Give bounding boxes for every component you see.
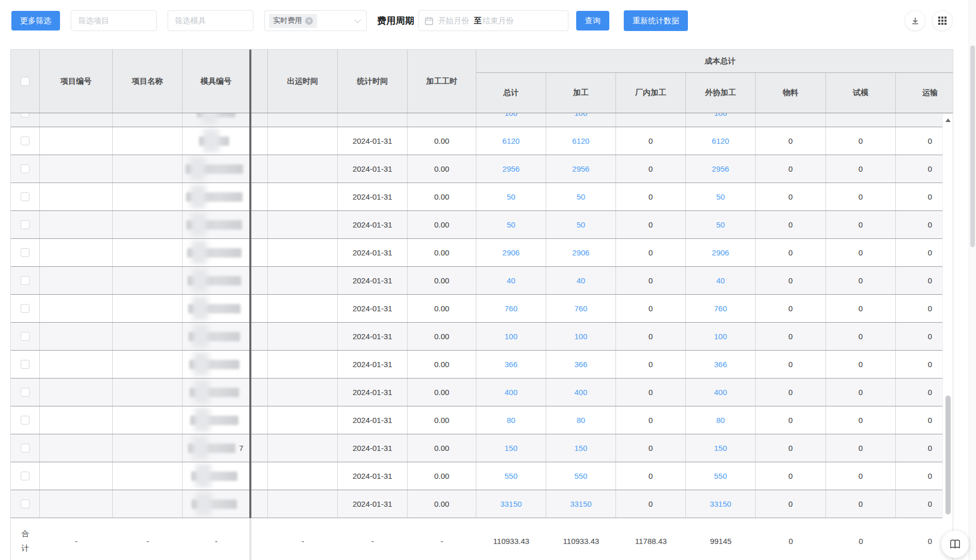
cost-outsourced-link[interactable]: 80 <box>686 406 756 434</box>
cell-stat-time: 2024-01-31 <box>338 155 408 183</box>
cell-work-hours: 0.00 <box>408 462 476 490</box>
fee-period-range-picker[interactable]: 开始月份 至 结束月份 <box>418 10 568 31</box>
cost-outsourced-link[interactable]: 40 <box>686 267 756 294</box>
row-checkbox[interactable] <box>21 472 29 480</box>
cost-outsourced-link[interactable]: 33150 <box>686 490 756 518</box>
cost-processing-link[interactable]: 100 <box>546 113 616 127</box>
cell-stat-time <box>338 113 408 127</box>
cost-outsourced-link[interactable]: 2906 <box>686 239 756 266</box>
header-cost-outsourced: 外协加工 <box>686 73 756 113</box>
start-month-input[interactable]: 开始月份 <box>438 16 469 26</box>
end-month-input[interactable]: 结束月份 <box>483 16 514 26</box>
cost-outsourced-link[interactable]: 6120 <box>686 127 756 155</box>
row-checkbox[interactable] <box>21 388 29 397</box>
cost-processing-link[interactable]: 150 <box>546 434 616 462</box>
filter-project-input[interactable]: 筛选项目 <box>71 10 157 31</box>
cost-total-link[interactable]: 100 <box>476 113 546 127</box>
cost-total-link[interactable]: 100 <box>476 323 546 350</box>
select-all-checkbox[interactable] <box>21 77 29 86</box>
cost-total-link[interactable]: 550 <box>476 462 546 490</box>
header-stat-time: 统计时间 <box>338 50 408 113</box>
cost-outsourced-link[interactable]: 150 <box>686 434 756 462</box>
cost-outsourced-link[interactable]: 760 <box>686 295 756 322</box>
filter-mold-input[interactable]: 筛选模具 <box>168 10 253 31</box>
cost-total-link[interactable]: 2906 <box>476 239 546 266</box>
cost-total-link[interactable]: 150 <box>476 434 546 462</box>
cost-total-link[interactable]: 400 <box>476 379 546 406</box>
download-button[interactable] <box>905 11 925 31</box>
cost-processing-link[interactable]: 760 <box>546 295 616 322</box>
cost-outsourced-link[interactable]: 2956 <box>686 155 756 183</box>
row-checkbox[interactable] <box>21 500 29 508</box>
page-scrollbar-thumb[interactable] <box>970 46 975 247</box>
row-checkbox[interactable] <box>21 164 29 173</box>
cost-outsourced-link[interactable]: 100 <box>686 113 756 127</box>
cost-processing-link[interactable]: 50 <box>546 183 616 210</box>
cost-processing-link[interactable]: 50 <box>546 211 616 238</box>
table-row: 2024-01-31 0.00 760 760 0 760 0 0 0 <box>11 295 953 323</box>
fee-type-select[interactable]: 实时费用 × <box>264 10 367 31</box>
cost-processing-link[interactable]: 40 <box>546 267 616 294</box>
row-checkbox[interactable] <box>21 137 29 145</box>
cost-total-link[interactable]: 760 <box>476 295 546 322</box>
table-row: 7 2024-01-31 0.00 150 150 0 150 0 0 0 <box>11 434 953 462</box>
cell-stat-time: 2024-01-31 <box>338 462 408 490</box>
cell-project-name <box>113 406 183 434</box>
query-button[interactable]: 查询 <box>576 11 609 31</box>
cost-processing-link[interactable]: 6120 <box>546 127 616 155</box>
docs-floating-button[interactable] <box>941 531 969 558</box>
row-checkbox[interactable] <box>21 248 29 257</box>
redacted-mold-no <box>189 360 239 369</box>
cost-total-link[interactable]: 366 <box>476 351 546 378</box>
cost-processing-link[interactable]: 33150 <box>546 490 616 518</box>
cost-outsourced-link[interactable]: 50 <box>686 211 756 238</box>
cost-processing-link[interactable]: 2906 <box>546 239 616 266</box>
cost-outsourced-link[interactable]: 550 <box>686 462 756 490</box>
table-vertical-scrollbar[interactable] <box>942 114 953 518</box>
cost-processing-link[interactable]: 80 <box>546 406 616 434</box>
cell-mold-no <box>183 323 250 350</box>
cost-processing-link[interactable]: 2956 <box>546 155 616 183</box>
recalculate-button[interactable]: 重新统计数据 <box>624 10 688 31</box>
cell-ship-time <box>268 295 338 322</box>
cost-total-link[interactable]: 2956 <box>476 155 546 183</box>
row-checkbox[interactable] <box>21 304 29 313</box>
row-checkbox[interactable] <box>21 360 29 369</box>
cell-trial <box>826 113 896 127</box>
row-checkbox[interactable] <box>21 113 29 117</box>
cost-processing-link[interactable]: 100 <box>546 323 616 350</box>
row-checkbox[interactable] <box>21 192 29 201</box>
row-checkbox[interactable] <box>21 416 29 425</box>
row-checkbox[interactable] <box>21 444 29 452</box>
cost-total-link[interactable]: 50 <box>476 211 546 238</box>
cell-mold-no <box>183 462 250 490</box>
cost-outsourced-link[interactable]: 50 <box>686 183 756 210</box>
more-filters-button[interactable]: 更多筛选 <box>11 11 60 31</box>
cost-total-link[interactable]: 6120 <box>476 127 546 155</box>
row-checkbox[interactable] <box>21 276 29 285</box>
tag-remove-icon[interactable]: × <box>305 17 313 25</box>
row-checkbox[interactable] <box>21 220 29 229</box>
table-scrollbar-thumb[interactable] <box>945 396 951 514</box>
cell-ship-time <box>268 113 338 127</box>
cost-total-link[interactable]: 80 <box>476 406 546 434</box>
cell-gutter <box>250 406 268 434</box>
page-scrollbar[interactable] <box>969 0 976 560</box>
cost-total-link[interactable]: 50 <box>476 183 546 210</box>
cost-total-link[interactable]: 40 <box>476 267 546 294</box>
cost-total-link[interactable]: 33150 <box>476 490 546 518</box>
scroll-up-arrow-icon[interactable] <box>945 118 951 122</box>
cost-outsourced-link[interactable]: 100 <box>686 323 756 350</box>
cost-outsourced-link[interactable]: 400 <box>686 379 756 406</box>
header-project-name: 项目名称 <box>113 50 183 113</box>
column-settings-button[interactable] <box>933 11 952 31</box>
row-select-cell <box>11 183 40 210</box>
cost-processing-link[interactable]: 400 <box>546 379 616 406</box>
cost-processing-link[interactable]: 366 <box>546 351 616 378</box>
row-checkbox[interactable] <box>21 332 29 341</box>
header-project-no: 项目编号 <box>40 50 113 113</box>
cell-mold-no <box>183 239 250 266</box>
cost-processing-link[interactable]: 550 <box>546 462 616 490</box>
redacted-mold-no <box>197 113 235 117</box>
cost-outsourced-link[interactable]: 366 <box>686 351 756 378</box>
